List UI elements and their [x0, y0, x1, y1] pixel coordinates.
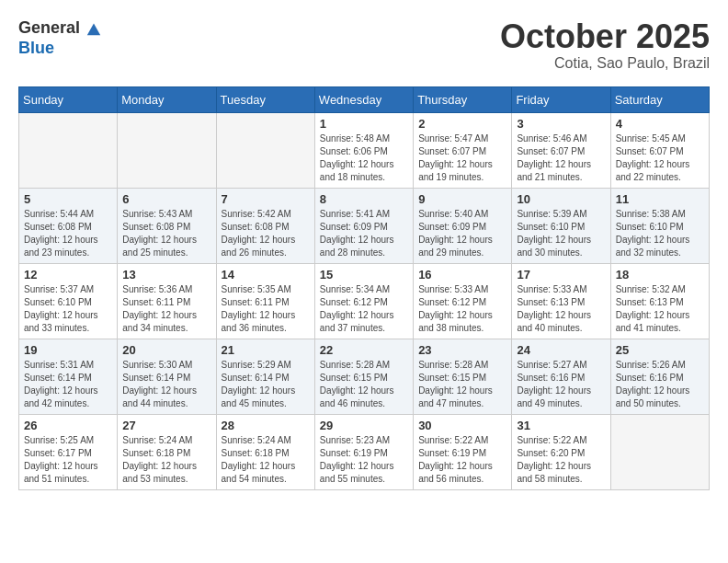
day-number: 28	[222, 419, 310, 432]
day-number: 1	[320, 117, 408, 131]
calendar-day-cell	[610, 414, 709, 489]
calendar-day-cell: 20Sunrise: 5:30 AM Sunset: 6:14 PM Dayli…	[118, 339, 216, 414]
day-info: Sunrise: 5:34 AM Sunset: 6:12 PM Dayligh…	[320, 283, 408, 335]
day-number: 29	[320, 419, 408, 432]
calendar-day-cell: 3Sunrise: 5:46 AM Sunset: 6:07 PM Daylig…	[512, 112, 610, 188]
weekday-header-saturday: Saturday	[610, 86, 709, 112]
calendar-day-cell: 17Sunrise: 5:33 AM Sunset: 6:13 PM Dayli…	[512, 263, 610, 339]
day-number: 14	[222, 268, 310, 282]
calendar-day-cell: 30Sunrise: 5:22 AM Sunset: 6:19 PM Dayli…	[414, 414, 512, 489]
calendar-day-cell	[216, 112, 314, 188]
day-number: 25	[616, 343, 704, 357]
day-number: 15	[320, 268, 408, 282]
day-number: 22	[320, 343, 408, 357]
day-info: Sunrise: 5:41 AM Sunset: 6:09 PM Dayligh…	[320, 208, 408, 259]
calendar-day-cell: 8Sunrise: 5:41 AM Sunset: 6:09 PM Daylig…	[314, 188, 413, 263]
day-number: 17	[517, 268, 605, 282]
day-number: 5	[24, 192, 112, 206]
calendar-day-cell: 21Sunrise: 5:29 AM Sunset: 6:14 PM Dayli…	[216, 339, 314, 414]
calendar-day-cell	[19, 112, 118, 188]
day-number: 9	[418, 192, 506, 206]
calendar-day-cell: 26Sunrise: 5:25 AM Sunset: 6:17 PM Dayli…	[19, 414, 118, 489]
calendar-day-cell: 24Sunrise: 5:27 AM Sunset: 6:16 PM Dayli…	[512, 339, 610, 414]
day-number: 4	[616, 117, 704, 131]
day-info: Sunrise: 5:32 AM Sunset: 6:13 PM Dayligh…	[616, 283, 704, 335]
day-info: Sunrise: 5:33 AM Sunset: 6:13 PM Dayligh…	[517, 283, 605, 335]
calendar-day-cell: 1Sunrise: 5:48 AM Sunset: 6:06 PM Daylig…	[314, 112, 413, 188]
calendar-week-row: 5Sunrise: 5:44 AM Sunset: 6:08 PM Daylig…	[19, 188, 710, 263]
day-info: Sunrise: 5:22 AM Sunset: 6:20 PM Dayligh…	[517, 434, 605, 486]
day-info: Sunrise: 5:33 AM Sunset: 6:12 PM Dayligh…	[418, 283, 506, 335]
svg-marker-0	[87, 24, 100, 36]
calendar-day-cell: 12Sunrise: 5:37 AM Sunset: 6:10 PM Dayli…	[19, 263, 118, 339]
day-info: Sunrise: 5:22 AM Sunset: 6:19 PM Dayligh…	[418, 434, 506, 486]
day-number: 26	[24, 419, 112, 432]
day-number: 7	[222, 192, 310, 206]
day-info: Sunrise: 5:35 AM Sunset: 6:11 PM Dayligh…	[222, 283, 310, 335]
day-number: 24	[517, 343, 605, 357]
day-number: 6	[122, 192, 210, 206]
day-number: 11	[616, 192, 704, 206]
day-info: Sunrise: 5:24 AM Sunset: 6:18 PM Dayligh…	[122, 434, 210, 486]
day-number: 12	[24, 268, 112, 282]
weekday-header-sunday: Sunday	[19, 86, 118, 112]
location: Cotia, Sao Paulo, Brazil	[500, 55, 710, 72]
calendar-day-cell: 5Sunrise: 5:44 AM Sunset: 6:08 PM Daylig…	[19, 188, 118, 263]
day-number: 20	[122, 343, 210, 357]
weekday-header-row: SundayMondayTuesdayWednesdayThursdayFrid…	[19, 86, 710, 112]
logo-general: General	[18, 18, 102, 39]
day-info: Sunrise: 5:27 AM Sunset: 6:16 PM Dayligh…	[517, 359, 605, 410]
day-number: 13	[122, 268, 210, 282]
day-info: Sunrise: 5:29 AM Sunset: 6:14 PM Dayligh…	[222, 359, 310, 410]
calendar-day-cell: 23Sunrise: 5:28 AM Sunset: 6:15 PM Dayli…	[414, 339, 512, 414]
calendar-week-row: 1Sunrise: 5:48 AM Sunset: 6:06 PM Daylig…	[19, 112, 710, 188]
day-number: 8	[320, 192, 408, 206]
day-info: Sunrise: 5:40 AM Sunset: 6:09 PM Dayligh…	[418, 208, 506, 259]
day-info: Sunrise: 5:45 AM Sunset: 6:07 PM Dayligh…	[616, 132, 704, 184]
day-info: Sunrise: 5:31 AM Sunset: 6:14 PM Dayligh…	[24, 359, 112, 410]
calendar-day-cell: 28Sunrise: 5:24 AM Sunset: 6:18 PM Dayli…	[216, 414, 314, 489]
calendar-day-cell: 7Sunrise: 5:42 AM Sunset: 6:08 PM Daylig…	[216, 188, 314, 263]
day-info: Sunrise: 5:24 AM Sunset: 6:18 PM Dayligh…	[222, 434, 310, 486]
day-info: Sunrise: 5:48 AM Sunset: 6:06 PM Dayligh…	[320, 132, 408, 184]
day-number: 3	[517, 117, 605, 131]
logo-blue: Blue	[18, 39, 102, 59]
calendar-day-cell: 31Sunrise: 5:22 AM Sunset: 6:20 PM Dayli…	[512, 414, 610, 489]
day-number: 23	[418, 343, 506, 357]
day-number: 19	[24, 343, 112, 357]
weekday-header-tuesday: Tuesday	[216, 86, 314, 112]
calendar-day-cell: 6Sunrise: 5:43 AM Sunset: 6:08 PM Daylig…	[118, 188, 216, 263]
page-header: General Blue October 2025 Cotia, Sao Pau…	[18, 18, 710, 72]
calendar-week-row: 26Sunrise: 5:25 AM Sunset: 6:17 PM Dayli…	[19, 414, 710, 489]
calendar-day-cell: 4Sunrise: 5:45 AM Sunset: 6:07 PM Daylig…	[610, 112, 709, 188]
calendar-day-cell: 10Sunrise: 5:39 AM Sunset: 6:10 PM Dayli…	[512, 188, 610, 263]
day-number: 16	[418, 268, 506, 282]
logo: General Blue	[18, 18, 102, 58]
day-info: Sunrise: 5:28 AM Sunset: 6:15 PM Dayligh…	[320, 359, 408, 410]
weekday-header-friday: Friday	[512, 86, 610, 112]
day-info: Sunrise: 5:37 AM Sunset: 6:10 PM Dayligh…	[24, 283, 112, 335]
calendar-day-cell: 22Sunrise: 5:28 AM Sunset: 6:15 PM Dayli…	[314, 339, 413, 414]
day-number: 2	[418, 117, 506, 131]
day-info: Sunrise: 5:23 AM Sunset: 6:19 PM Dayligh…	[320, 434, 408, 486]
day-number: 31	[517, 419, 605, 432]
calendar-day-cell	[118, 112, 216, 188]
calendar-day-cell: 27Sunrise: 5:24 AM Sunset: 6:18 PM Dayli…	[118, 414, 216, 489]
day-info: Sunrise: 5:26 AM Sunset: 6:16 PM Dayligh…	[616, 359, 704, 410]
day-info: Sunrise: 5:28 AM Sunset: 6:15 PM Dayligh…	[418, 359, 506, 410]
day-number: 10	[517, 192, 605, 206]
day-info: Sunrise: 5:44 AM Sunset: 6:08 PM Dayligh…	[24, 208, 112, 259]
calendar-week-row: 19Sunrise: 5:31 AM Sunset: 6:14 PM Dayli…	[19, 339, 710, 414]
calendar-table: SundayMondayTuesdayWednesdayThursdayFrid…	[18, 86, 710, 490]
calendar-day-cell: 11Sunrise: 5:38 AM Sunset: 6:10 PM Dayli…	[610, 188, 709, 263]
weekday-header-monday: Monday	[118, 86, 216, 112]
calendar-day-cell: 16Sunrise: 5:33 AM Sunset: 6:12 PM Dayli…	[414, 263, 512, 339]
day-info: Sunrise: 5:36 AM Sunset: 6:11 PM Dayligh…	[122, 283, 210, 335]
day-info: Sunrise: 5:38 AM Sunset: 6:10 PM Dayligh…	[616, 208, 704, 259]
day-number: 21	[222, 343, 310, 357]
weekday-header-thursday: Thursday	[414, 86, 512, 112]
calendar-day-cell: 29Sunrise: 5:23 AM Sunset: 6:19 PM Dayli…	[314, 414, 413, 489]
day-number: 30	[418, 419, 506, 432]
day-info: Sunrise: 5:46 AM Sunset: 6:07 PM Dayligh…	[517, 132, 605, 184]
calendar-day-cell: 2Sunrise: 5:47 AM Sunset: 6:07 PM Daylig…	[414, 112, 512, 188]
